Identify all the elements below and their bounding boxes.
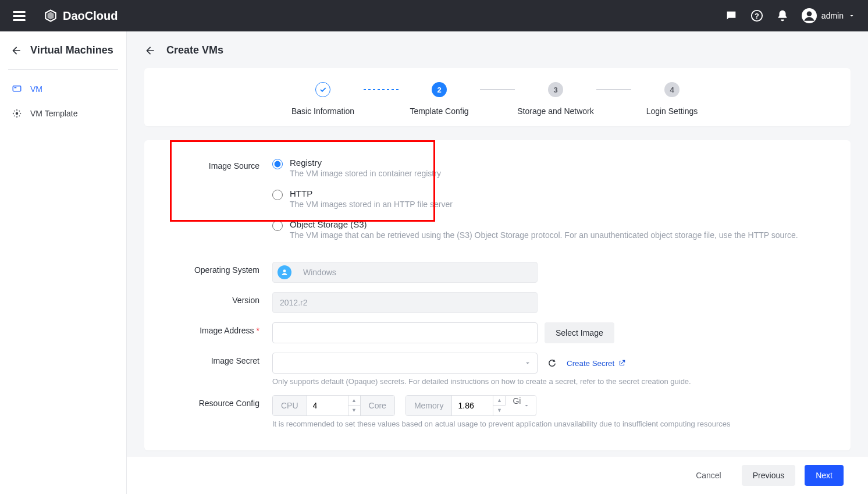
step-3[interactable]: 3 Storage and Network bbox=[515, 82, 596, 116]
mem-down[interactable]: ▼ bbox=[493, 406, 505, 415]
memory-stepper[interactable]: Memory ▲▼ Gi bbox=[405, 395, 537, 416]
page-header: Create VMs bbox=[127, 31, 868, 62]
step-number: 3 bbox=[548, 82, 563, 97]
step-2[interactable]: 2 Template Config bbox=[399, 82, 480, 116]
brand-logo[interactable]: DaoCloud bbox=[43, 8, 118, 23]
step-number: 2 bbox=[432, 82, 447, 97]
sidebar-title: Virtual Machines bbox=[0, 31, 126, 69]
version-field bbox=[272, 292, 538, 313]
mem-up[interactable]: ▲ bbox=[493, 396, 505, 406]
topbar: DaoCloud ? admin bbox=[0, 0, 868, 31]
svg-point-7 bbox=[283, 269, 286, 272]
cpu-up[interactable]: ▲ bbox=[348, 396, 360, 406]
nav-label: VM Template bbox=[30, 109, 77, 118]
user-menu[interactable]: admin bbox=[802, 8, 855, 23]
content-scroll[interactable]: Basic Information 2 Template Config 3 St… bbox=[127, 62, 868, 457]
radio-registry[interactable]: Registry The VM image stored in containe… bbox=[272, 158, 821, 178]
help-icon[interactable]: ? bbox=[750, 9, 763, 22]
main: Create VMs Basic Information 2 Template … bbox=[127, 31, 868, 494]
steps-card: Basic Information 2 Template Config 3 St… bbox=[144, 68, 851, 126]
svg-point-6 bbox=[16, 112, 19, 115]
menu-toggle[interactable] bbox=[13, 9, 26, 23]
divider bbox=[8, 69, 118, 70]
image-address-input[interactable] bbox=[272, 322, 538, 343]
step-4[interactable]: 4 Login Settings bbox=[631, 82, 713, 116]
label-image-secret: Image Secret bbox=[173, 353, 272, 365]
svg-point-3 bbox=[807, 11, 812, 16]
sidebar: Virtual Machines VM VM Template bbox=[0, 31, 127, 494]
step-number: 4 bbox=[664, 82, 680, 97]
sidebar-item-vm[interactable]: VM bbox=[0, 77, 126, 101]
external-link-icon bbox=[618, 359, 626, 367]
form-card: Image Source Registry The VM image store… bbox=[144, 140, 851, 450]
svg-rect-4 bbox=[13, 86, 21, 91]
username: admin bbox=[821, 11, 844, 20]
create-secret-link[interactable]: Create Secret bbox=[567, 359, 626, 368]
chevron-down-icon bbox=[848, 12, 855, 19]
label-os: Operating System bbox=[173, 262, 272, 275]
logo-icon bbox=[43, 8, 58, 23]
step-connector bbox=[364, 89, 399, 90]
windows-icon bbox=[278, 265, 291, 279]
radio-s3[interactable]: Object Storage (S3) The VM image that ca… bbox=[272, 219, 821, 240]
refresh-icon[interactable] bbox=[547, 358, 557, 368]
back-arrow-icon[interactable] bbox=[10, 45, 22, 56]
memory-input[interactable] bbox=[452, 396, 493, 415]
image-secret-select[interactable] bbox=[272, 353, 538, 374]
step-1[interactable]: Basic Information bbox=[282, 82, 364, 116]
chat-icon[interactable] bbox=[725, 9, 738, 22]
memory-unit-select[interactable]: Gi bbox=[505, 396, 536, 406]
vm-icon bbox=[12, 84, 22, 94]
sidebar-item-vm-template[interactable]: VM Template bbox=[0, 101, 126, 126]
step-connector bbox=[480, 89, 515, 90]
check-icon bbox=[315, 82, 330, 97]
radio-http[interactable]: HTTP The VM images stored in an HTTP fil… bbox=[272, 189, 821, 209]
previous-button[interactable]: Previous bbox=[742, 465, 795, 486]
step-connector bbox=[596, 89, 631, 90]
svg-rect-5 bbox=[15, 87, 17, 88]
image-source-radio-group: Registry The VM image stored in containe… bbox=[272, 158, 821, 240]
cpu-down[interactable]: ▼ bbox=[348, 406, 360, 415]
secret-helper: Only supports default (Opaque) secrets. … bbox=[272, 377, 821, 386]
template-icon bbox=[12, 108, 22, 119]
cancel-button[interactable]: Cancel bbox=[685, 465, 732, 486]
brand-name: DaoCloud bbox=[63, 9, 118, 23]
os-field: Windows bbox=[272, 262, 538, 283]
select-image-button[interactable]: Select Image bbox=[545, 322, 614, 343]
next-button[interactable]: Next bbox=[805, 465, 844, 486]
label-image-address: Image Address* bbox=[173, 322, 272, 335]
back-arrow-icon[interactable] bbox=[144, 45, 156, 56]
nav-label: VM bbox=[30, 84, 42, 94]
label-version: Version bbox=[173, 292, 272, 305]
label-image-source: Image Source bbox=[173, 158, 272, 170]
sidebar-title-text: Virtual Machines bbox=[30, 44, 113, 56]
user-avatar-icon bbox=[802, 8, 817, 23]
page-title: Create VMs bbox=[166, 44, 223, 56]
footer-bar: Cancel Previous Next bbox=[127, 457, 868, 494]
cpu-stepper[interactable]: CPU ▲▼ Core bbox=[272, 395, 395, 416]
resource-helper: It is recommended to set these values ba… bbox=[272, 420, 821, 428]
svg-text:?: ? bbox=[755, 12, 759, 20]
os-value: Windows bbox=[303, 268, 336, 277]
bell-icon[interactable] bbox=[776, 9, 789, 22]
label-resource: Resource Config bbox=[173, 395, 272, 408]
cpu-input[interactable] bbox=[307, 396, 348, 415]
